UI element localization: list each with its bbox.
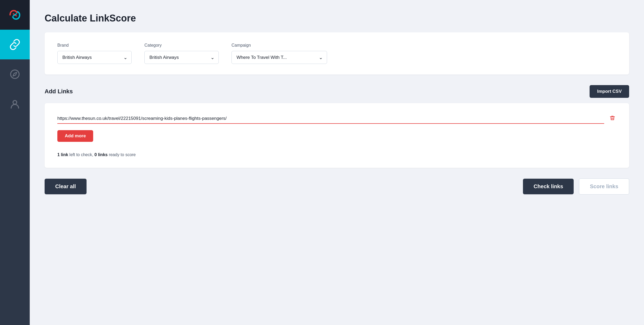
svg-point-0 bbox=[11, 70, 19, 78]
trash-icon bbox=[609, 115, 615, 121]
clear-all-button[interactable]: Clear all bbox=[45, 179, 87, 194]
filter-card: Brand British Airways ⌄ Category British… bbox=[45, 32, 629, 74]
link-input-row bbox=[57, 114, 616, 124]
svg-point-1 bbox=[13, 100, 17, 104]
link-status-mid: left to check, bbox=[68, 152, 95, 157]
compass-icon bbox=[9, 68, 21, 80]
sidebar-item-compass[interactable] bbox=[0, 59, 30, 89]
category-group: Category British Airways ⌄ bbox=[144, 43, 219, 64]
logo-icon bbox=[8, 8, 22, 22]
brand-label: Brand bbox=[57, 43, 132, 48]
category-select[interactable]: British Airways bbox=[144, 51, 219, 64]
brand-group: Brand British Airways ⌄ bbox=[57, 43, 132, 64]
user-icon bbox=[9, 98, 21, 110]
add-links-title: Add Links bbox=[45, 88, 73, 95]
campaign-group: Campaign Where To Travel With T... ⌄ bbox=[231, 43, 327, 64]
link-count-ready: 0 links bbox=[95, 152, 108, 157]
sidebar bbox=[0, 0, 30, 325]
links-card: Add more 1 link left to check, 0 links r… bbox=[45, 103, 629, 168]
link-status-post: ready to score bbox=[108, 152, 136, 157]
link-input[interactable] bbox=[57, 114, 604, 124]
add-more-button[interactable]: Add more bbox=[57, 130, 93, 142]
campaign-select[interactable]: Where To Travel With T... bbox=[231, 51, 327, 64]
brand-select-wrapper: British Airways ⌄ bbox=[57, 51, 132, 64]
delete-link-button[interactable] bbox=[608, 114, 616, 124]
sidebar-item-user[interactable] bbox=[0, 89, 30, 119]
score-links-button[interactable]: Score links bbox=[579, 178, 629, 195]
category-label: Category bbox=[144, 43, 219, 48]
bottom-actions: Clear all Check links Score links bbox=[45, 178, 629, 195]
link-icon bbox=[9, 39, 21, 50]
main-content: Calculate LinkScore Brand British Airway… bbox=[30, 0, 644, 325]
brand-select[interactable]: British Airways bbox=[57, 51, 132, 64]
link-status: 1 link left to check, 0 links ready to s… bbox=[57, 152, 616, 157]
sidebar-logo bbox=[0, 0, 30, 30]
page-title: Calculate LinkScore bbox=[45, 13, 629, 24]
form-row: Brand British Airways ⌄ Category British… bbox=[57, 43, 616, 64]
import-csv-button[interactable]: Import CSV bbox=[590, 85, 629, 98]
campaign-select-wrapper: Where To Travel With T... ⌄ bbox=[231, 51, 327, 64]
sidebar-item-links[interactable] bbox=[0, 30, 30, 59]
check-links-button[interactable]: Check links bbox=[523, 179, 574, 194]
right-actions: Check links Score links bbox=[523, 178, 629, 195]
link-count-left: 1 link bbox=[57, 152, 68, 157]
campaign-label: Campaign bbox=[231, 43, 327, 48]
category-select-wrapper: British Airways ⌄ bbox=[144, 51, 219, 64]
links-section-header: Add Links Import CSV bbox=[45, 85, 629, 98]
